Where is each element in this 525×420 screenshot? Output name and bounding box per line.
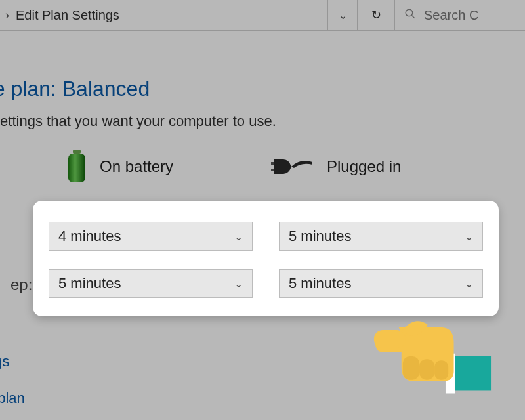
dropdown-value: 5 minutes — [289, 228, 351, 245]
display-timeout-plugged-dropdown[interactable]: 5 minutes ⌄ — [279, 222, 483, 251]
display-timeout-battery-dropdown[interactable]: 4 minutes ⌄ — [49, 222, 253, 251]
dropdown-value: 5 minutes — [289, 275, 351, 292]
refresh-button[interactable]: ↻ — [358, 0, 395, 30]
chevron-down-icon: ⌄ — [234, 230, 243, 243]
svg-line-1 — [411, 15, 415, 18]
svg-rect-11 — [434, 360, 448, 379]
plug-icon — [269, 156, 315, 178]
dropdown-value: 4 minutes — [58, 228, 121, 245]
search-icon — [404, 8, 416, 23]
svg-rect-6 — [450, 356, 491, 390]
mode-header-row: On battery Plugged in — [66, 150, 525, 184]
address-history-dropdown[interactable]: ⌄ — [328, 0, 358, 30]
chevron-down-icon: ⌄ — [465, 230, 473, 243]
restore-defaults-link[interactable]: his plan — [0, 390, 25, 407]
refresh-icon: ↻ — [371, 8, 381, 22]
search-input[interactable]: Search C — [395, 0, 525, 30]
svg-rect-3 — [68, 154, 85, 182]
search-placeholder: Search C — [424, 8, 478, 23]
battery-icon — [66, 150, 88, 184]
advanced-settings-link[interactable]: ttings — [0, 353, 10, 370]
svg-rect-10 — [419, 359, 434, 380]
breadcrumb-current: Edit Plan Settings — [16, 8, 119, 23]
mode-battery-label: On battery — [100, 158, 173, 176]
svg-rect-4 — [271, 162, 274, 165]
svg-rect-5 — [271, 169, 274, 171]
sleep-timeout-battery-dropdown[interactable]: 5 minutes ⌄ — [49, 269, 253, 298]
mode-battery: On battery — [66, 150, 262, 184]
svg-rect-9 — [403, 356, 419, 380]
sleep-row-label: ep: — [10, 276, 32, 294]
svg-point-0 — [406, 9, 413, 16]
pointing-hand-icon — [374, 290, 492, 396]
address-toolbar: › Edit Plan Settings ⌄ ↻ Search C — [0, 0, 525, 31]
breadcrumb-separator-icon: › — [5, 9, 9, 22]
display-timeout-row: 4 minutes ⌄ 5 minutes ⌄ — [49, 222, 483, 251]
page-title: he plan: Balanced — [0, 77, 525, 101]
breadcrumb[interactable]: › Edit Plan Settings — [0, 0, 328, 30]
chevron-down-icon: ⌄ — [234, 278, 243, 290]
chevron-down-icon: ⌄ — [465, 278, 473, 290]
mode-plugged-label: Plugged in — [327, 158, 401, 176]
mode-plugged: Plugged in — [269, 156, 466, 178]
page-description: y settings that you want your computer t… — [0, 113, 525, 130]
chevron-down-icon: ⌄ — [339, 9, 347, 22]
dropdown-value: 5 minutes — [58, 275, 121, 292]
svg-rect-8 — [374, 330, 406, 348]
svg-rect-2 — [73, 150, 81, 154]
